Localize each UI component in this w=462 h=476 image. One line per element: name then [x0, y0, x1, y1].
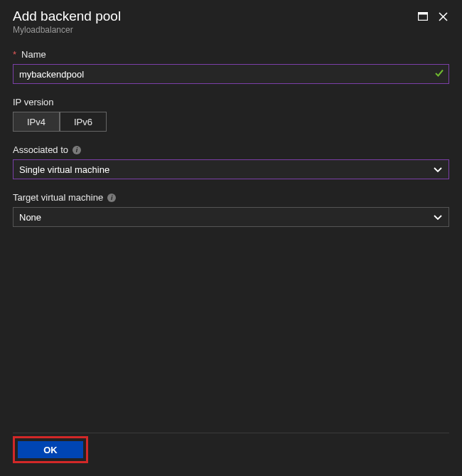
- info-icon[interactable]: i: [72, 146, 81, 154]
- target-vm-label: Target virtual machine i: [13, 192, 449, 203]
- valid-check-icon: [434, 68, 444, 80]
- ipv4-toggle-button[interactable]: IPv4: [14, 112, 60, 131]
- ip-version-label: IP version: [13, 97, 449, 107]
- close-icon[interactable]: [436, 10, 449, 23]
- blade-title: Add backend pool: [13, 9, 121, 24]
- associated-to-field-group: Associated to i Single virtual machine: [13, 144, 449, 179]
- target-vm-select[interactable]: None: [13, 207, 449, 227]
- chevron-down-icon: [434, 212, 442, 223]
- ok-button[interactable]: OK: [18, 441, 83, 458]
- associated-to-value: Single virtual machine: [19, 164, 109, 175]
- form-body: * Name IP version IPv4 IPv6 Associated t…: [0, 39, 462, 227]
- required-marker: *: [13, 49, 16, 60]
- svg-rect-1: [419, 13, 428, 15]
- blade-subtitle: Myloadbalancer: [13, 25, 121, 35]
- associated-to-label: Associated to i: [13, 144, 449, 155]
- name-label: * Name: [13, 49, 449, 60]
- target-vm-value: None: [19, 212, 41, 223]
- name-input[interactable]: [13, 64, 449, 84]
- name-field-group: * Name: [13, 49, 449, 84]
- target-vm-field-group: Target virtual machine i None: [13, 192, 449, 227]
- blade-footer: OK: [13, 436, 88, 463]
- ok-highlight-box: OK: [13, 436, 88, 463]
- ip-version-field-group: IP version IPv4 IPv6: [13, 97, 449, 132]
- ip-version-toggle: IPv4 IPv6: [13, 112, 107, 132]
- maximize-icon[interactable]: [417, 10, 429, 23]
- info-icon[interactable]: i: [107, 194, 116, 202]
- ipv6-toggle-button[interactable]: IPv6: [60, 112, 106, 131]
- chevron-down-icon: [434, 164, 442, 175]
- associated-to-select[interactable]: Single virtual machine: [13, 159, 449, 179]
- blade-header: Add backend pool Myloadbalancer: [0, 0, 462, 39]
- footer-separator: [13, 433, 449, 433]
